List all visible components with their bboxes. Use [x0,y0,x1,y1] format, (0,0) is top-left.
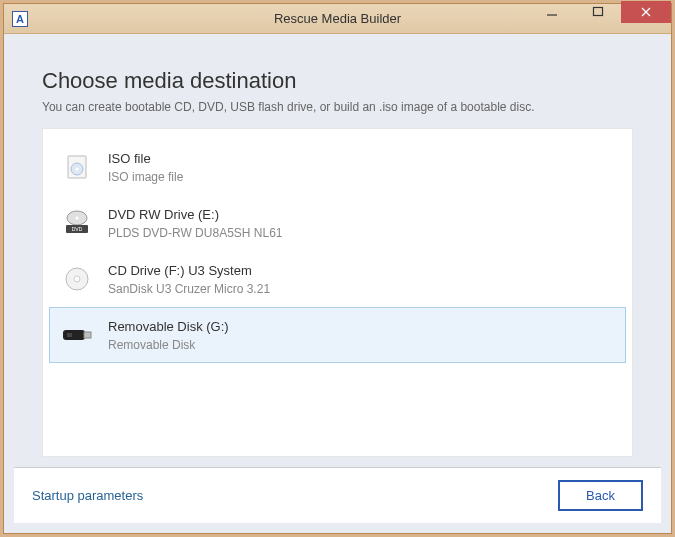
close-button[interactable] [621,1,671,23]
svg-rect-13 [63,330,85,340]
svg-text:DVD: DVD [72,226,83,232]
app-window: A Rescue Media Builder Choose media dest… [3,3,672,534]
option-subtitle: SanDisk U3 Cruzer Micro 3.21 [108,282,270,296]
titlebar: A Rescue Media Builder [4,4,671,34]
svg-point-8 [76,217,79,220]
maximize-button[interactable] [575,1,621,23]
page-title: Choose media destination [42,68,633,94]
svg-point-6 [76,168,79,171]
option-title: DVD RW Drive (E:) [108,207,283,222]
option-subtitle: Removable Disk [108,338,229,352]
body-area: Choose media destination You can create … [4,34,671,533]
svg-rect-1 [594,8,603,16]
option-iso[interactable]: ISO file ISO image file [49,139,626,195]
maximize-icon [592,6,604,18]
minimize-icon [546,6,558,18]
footer: Startup parameters Back [14,467,661,523]
option-title: Removable Disk (G:) [108,319,229,334]
usb-icon [60,318,94,352]
window-controls [529,1,671,23]
option-subtitle: PLDS DVD-RW DU8A5SH NL61 [108,226,283,240]
svg-point-12 [74,276,80,282]
svg-rect-15 [67,333,72,337]
cd-icon [60,262,94,296]
minimize-button[interactable] [529,1,575,23]
option-title: ISO file [108,151,183,166]
content-area: Choose media destination You can create … [14,44,661,467]
option-dvd-drive[interactable]: DVD DVD RW Drive (E:) PLDS DVD-RW DU8A5S… [49,195,626,251]
close-icon [640,6,652,18]
back-button[interactable]: Back [558,480,643,511]
app-icon: A [12,11,28,27]
option-cd-drive[interactable]: CD Drive (F:) U3 System SanDisk U3 Cruze… [49,251,626,307]
option-subtitle: ISO image file [108,170,183,184]
option-removable-disk[interactable]: Removable Disk (G:) Removable Disk [49,307,626,363]
svg-rect-14 [84,332,91,338]
iso-icon [60,150,94,184]
option-title: CD Drive (F:) U3 System [108,263,270,278]
dvd-drive-icon: DVD [60,206,94,240]
window-title: Rescue Media Builder [274,11,401,26]
page-subtitle: You can create bootable CD, DVD, USB fla… [42,100,633,114]
startup-parameters-link[interactable]: Startup parameters [32,488,143,503]
destination-options: ISO file ISO image file DVD DVD RW Drive… [42,128,633,457]
